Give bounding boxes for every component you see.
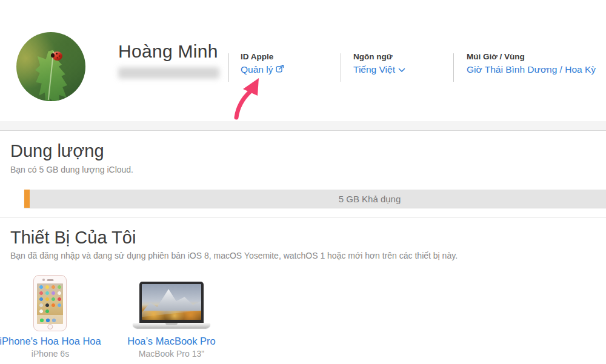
- annotation-arrow: [225, 71, 268, 121]
- iphone-camera-dot: [42, 279, 45, 281]
- devices-title: Thiết Bị Của Tôi: [10, 228, 136, 248]
- device-model-label: MacBook Pro 13": [111, 349, 232, 359]
- language-select[interactable]: Tiếng Việt: [353, 64, 405, 75]
- iphone-home-button: [47, 324, 53, 330]
- timezone-label: Múi Giờ / Vùng: [467, 52, 596, 61]
- storage-bar: 5 GB Khả dụng: [24, 190, 606, 208]
- language-value: Tiếng Việt: [353, 64, 395, 75]
- section-separator-line: [0, 217, 606, 217]
- apple-id-section: ID Apple Quản lý: [241, 52, 284, 75]
- external-link-icon: [276, 64, 284, 75]
- apple-id-label: ID Apple: [241, 52, 284, 61]
- device-name-link[interactable]: iPhone's Hoa Hoa Hoa: [0, 336, 111, 347]
- iphone-speaker: [47, 279, 53, 281]
- macbook-image: [139, 282, 204, 323]
- profile-avatar[interactable]: [16, 32, 85, 101]
- timezone-link[interactable]: Giờ Thái Bình Dương / Hoa Kỳ: [467, 64, 596, 75]
- email-redacted-blur: [118, 67, 219, 79]
- manage-link-text: Quản lý: [241, 64, 273, 75]
- chevron-down-icon: [398, 64, 405, 75]
- header-divider-1: [228, 53, 229, 82]
- device-name-link[interactable]: Hoa’s MacBook Pro: [111, 336, 232, 347]
- header-divider-3: [453, 53, 454, 82]
- ladybug-image: [52, 51, 62, 61]
- manage-apple-id-link[interactable]: Quản lý: [241, 64, 284, 75]
- macbook-base: [133, 323, 210, 328]
- macbook-wallpaper: [142, 284, 201, 320]
- devices-subtitle: Bạn đã đăng nhập và đang sử dụng phiên b…: [10, 251, 458, 260]
- language-label: Ngôn ngữ: [353, 52, 405, 61]
- timezone-value: Giờ Thái Bình Dương / Hoa Kỳ: [467, 64, 596, 75]
- language-section: Ngôn ngữ Tiếng Việt: [353, 52, 405, 75]
- timezone-section: Múi Giờ / Vùng Giờ Thái Bình Dương / Hoa…: [467, 52, 596, 75]
- storage-bar-label: 5 GB Khả dụng: [339, 194, 401, 204]
- profile-name: Hoàng Minh: [118, 41, 218, 62]
- section-separator-band: [0, 121, 606, 131]
- storage-subtitle: Bạn có 5 GB dung lượng iCloud.: [10, 165, 133, 174]
- storage-used-segment: [24, 190, 30, 208]
- header-divider-2: [341, 53, 341, 82]
- iphone-screen: [37, 283, 63, 324]
- storage-title: Dung lượng: [10, 141, 104, 161]
- device-model-label: iPhone 6s: [0, 349, 111, 359]
- macbook-notch: [165, 323, 178, 325]
- iphone-image: [33, 275, 67, 331]
- foliage-graphic: [142, 311, 201, 320]
